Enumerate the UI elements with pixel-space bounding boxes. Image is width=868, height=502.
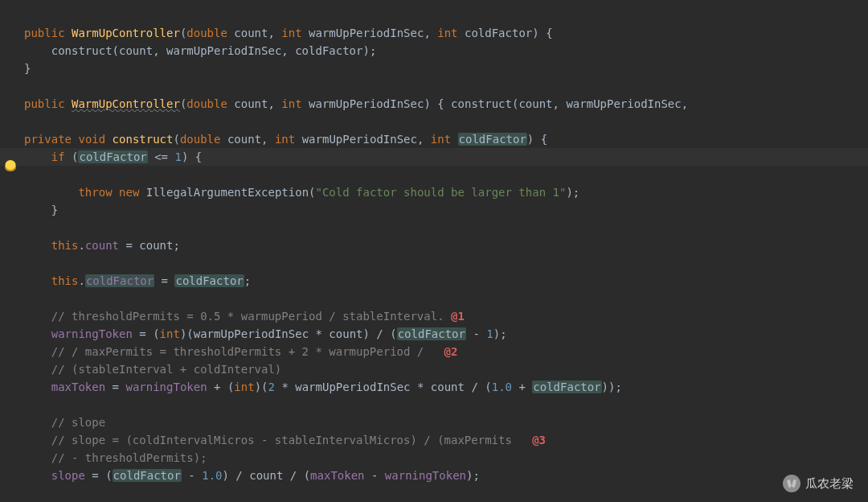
var-warmup: warmUpPeriodInSec	[295, 381, 410, 393]
var-coldfactor: coldFactor	[78, 150, 147, 163]
arg: count	[119, 44, 153, 57]
var-warmup: warmUpPeriodInSec	[194, 327, 309, 340]
var-count: count	[329, 327, 362, 340]
watermark: 瓜农老梁	[783, 475, 854, 492]
type-int: int	[437, 27, 457, 39]
comment: // - thresholdPermits);	[51, 451, 207, 464]
cast-int: int	[234, 381, 254, 393]
field-maxtoken: maxToken	[51, 381, 105, 393]
field-maxtoken: maxToken	[310, 469, 364, 482]
type-double: double	[180, 133, 221, 146]
intention-bulb-icon[interactable]	[5, 160, 16, 171]
field-slope: slope	[51, 469, 85, 482]
keyword-throw: throw	[78, 186, 112, 199]
type-int: int	[281, 97, 301, 110]
type-int: int	[275, 133, 295, 146]
annotation-1: @1	[451, 310, 465, 323]
string-literal: "Cold factor should be larger than 1"	[316, 186, 567, 199]
param-count: count	[227, 133, 261, 146]
field-warningtoken: warningToken	[51, 327, 133, 340]
field-coldfactor: coldFactor	[85, 274, 154, 287]
exception-type: IllegalArgumentException	[146, 186, 309, 199]
keyword-this: this	[51, 239, 79, 252]
literal-one: 1	[174, 150, 181, 163]
comment: // slope	[51, 416, 105, 429]
annotation-2: @2	[444, 345, 458, 358]
watermark-text: 瓜农老梁	[805, 475, 854, 492]
field-count: count	[85, 239, 119, 252]
arg: warmUpPeriodInSec	[166, 44, 281, 57]
var-count: count	[249, 469, 283, 482]
param-coldfactor: coldFactor	[458, 133, 527, 146]
comment: // slope = (coldIntervalMicros - stableI…	[51, 434, 512, 446]
method-construct: construct	[113, 133, 174, 146]
arg: coldFactor	[295, 44, 362, 57]
comment: // thresholdPermits = 0.5 * warmupPeriod…	[51, 310, 444, 323]
field-warningtoken: warningToken	[385, 469, 466, 482]
var-coldfactor: coldFactor	[397, 327, 466, 340]
cast-int: int	[160, 327, 180, 340]
literal-one: 1.0	[202, 469, 222, 482]
param-count: count	[234, 97, 268, 110]
annotation-3: @3	[532, 434, 546, 446]
var-count: count	[431, 381, 465, 393]
var-coldfactor: coldFactor	[532, 381, 601, 393]
keyword-public: public	[24, 27, 65, 39]
operator-lte: <=	[154, 150, 168, 163]
var-coldfactor: coldFactor	[113, 469, 182, 482]
type-double: double	[186, 97, 227, 110]
literal-one: 1	[486, 327, 493, 340]
keyword-new: new	[119, 186, 139, 199]
param-count: count	[234, 27, 268, 39]
keyword-this: this	[51, 274, 79, 287]
type-int: int	[431, 133, 451, 146]
arg: count	[518, 97, 552, 110]
literal-one: 1.0	[492, 381, 512, 393]
code-editor[interactable]: public WarmUpController(double count, in…	[0, 0, 868, 502]
constructor-name: WarmUpController	[72, 27, 180, 39]
constructor-name-unused: WarmUpController	[72, 97, 180, 110]
type-int: int	[281, 27, 301, 39]
current-line: if (coldFactor <= 1) {	[0, 148, 868, 166]
param-warmup: warmUpPeriodInSec	[309, 97, 424, 110]
type-double: double	[186, 27, 227, 39]
comment: // (stableInterval + coldInterval)	[51, 363, 282, 376]
var-coldfactor: coldFactor	[174, 274, 244, 287]
keyword-if: if	[51, 150, 65, 163]
field-warningtoken: warningToken	[125, 381, 207, 393]
keyword-void: void	[78, 133, 105, 146]
wechat-icon	[783, 475, 800, 492]
param-coldfactor: coldFactor	[465, 27, 532, 39]
var-count: count	[139, 239, 173, 252]
literal-two: 2	[268, 381, 275, 393]
method-call: construct	[451, 97, 512, 110]
keyword-private: private	[24, 133, 72, 146]
comment: // / maxPermits = thresholdPermits + 2 *…	[51, 345, 424, 358]
keyword-public: public	[24, 97, 65, 110]
param-warmup: warmUpPeriodInSec	[309, 27, 424, 39]
param-warmup: warmUpPeriodInSec	[302, 133, 417, 146]
method-call: construct	[51, 44, 113, 57]
arg: warmUpPeriodInSec	[566, 97, 681, 110]
